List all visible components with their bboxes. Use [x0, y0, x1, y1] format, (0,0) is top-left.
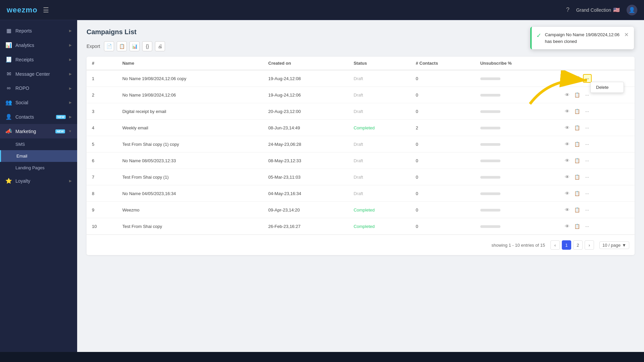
sidebar-item-receipts[interactable]: 🧾 Receipts ▶: [0, 52, 77, 67]
cell-actions: 👁 📋 ···: [557, 202, 635, 218]
more-button[interactable]: ···: [583, 222, 592, 231]
sidebar-subitem-email[interactable]: Email: [0, 150, 77, 162]
cell-name: Test From Shai copy (1): [117, 169, 263, 185]
more-button[interactable]: ···: [583, 123, 592, 132]
more-button[interactable]: ···: [583, 189, 592, 198]
cell-unsubscribe: [475, 185, 557, 202]
cell-contacts: 0: [410, 70, 475, 87]
export-csv-button[interactable]: 📋: [117, 41, 127, 51]
cell-num: 7: [87, 169, 117, 185]
hamburger-icon[interactable]: ☰: [43, 6, 49, 14]
table-row: 9 Weezmo 09-Apr-23,14:20 Completed 0 👁 📋…: [87, 202, 635, 218]
more-button[interactable]: ···: [583, 205, 592, 214]
clone-button[interactable]: 📋: [573, 173, 582, 181]
col-name: Name: [117, 57, 263, 70]
view-button[interactable]: 👁: [563, 74, 572, 83]
sidebar-item-contacts[interactable]: 👤 Contacts NEW ▶: [0, 110, 77, 124]
cell-actions: 👁 📋 ···: [557, 218, 635, 235]
more-button[interactable]: ···: [583, 107, 592, 116]
cell-name: Weekly email: [117, 120, 263, 136]
cell-unsubscribe: [475, 120, 557, 136]
clone-button[interactable]: 📋: [573, 90, 582, 99]
cell-contacts: 0: [410, 136, 475, 153]
cell-created: 05-Mar-23,11:03: [263, 169, 348, 185]
table-row: 6 No Name 08/05/2023,12:33 08-May-23,12:…: [87, 153, 635, 169]
sidebar-subitem-sms[interactable]: SMS: [0, 138, 77, 150]
view-button[interactable]: 👁: [563, 140, 572, 148]
dropdown-delete-item[interactable]: Delete: [591, 82, 624, 93]
row-actions: 👁 📋 ···: [563, 173, 629, 181]
cell-status: Draft: [348, 185, 410, 202]
table-row: 7 Test From Shai copy (1) 05-Mar-23,11:0…: [87, 169, 635, 185]
cell-name: No Name 19/08/2024,12:06 copy: [117, 70, 263, 87]
sidebar-item-loyalty[interactable]: ⭐ Loyalty ▶: [0, 174, 77, 188]
cell-unsubscribe: [475, 218, 557, 235]
cell-created: 26-Feb-23,16:27: [263, 218, 348, 235]
cell-num: 8: [87, 185, 117, 202]
chevron-down-icon: ▼: [68, 129, 72, 133]
view-button[interactable]: 👁: [563, 156, 572, 165]
sidebar-item-label: Loyalty: [15, 178, 66, 184]
sidebar-subitem-landing-pages[interactable]: Landing Pages: [0, 162, 77, 174]
row-actions: 👁 📋 ···: [563, 123, 629, 132]
cell-contacts: 0: [410, 202, 475, 218]
sidebar-item-label: Analytics: [15, 43, 66, 48]
user-avatar[interactable]: 👤: [627, 5, 637, 15]
navbar: weezmo ☰ ? Grand Collection 🇺🇸 👤: [0, 0, 644, 20]
view-button[interactable]: 👁: [563, 173, 572, 181]
chevron-icon: ▶: [69, 29, 72, 33]
view-button[interactable]: 👁: [563, 205, 572, 214]
cell-unsubscribe: [475, 202, 557, 218]
clone-button[interactable]: 📋: [573, 123, 582, 132]
view-button[interactable]: 👁: [563, 90, 572, 99]
help-icon[interactable]: ?: [566, 6, 570, 13]
cell-unsubscribe: [475, 136, 557, 153]
sidebar-item-analytics[interactable]: 📊 Analytics ▶: [0, 38, 77, 52]
cell-status: Completed: [348, 202, 410, 218]
clone-button[interactable]: 📋: [573, 74, 582, 83]
more-button[interactable]: ···: [583, 140, 592, 148]
clone-button[interactable]: 📋: [573, 107, 582, 116]
prev-page-button[interactable]: ‹: [550, 240, 560, 250]
export-xls-button[interactable]: 📊: [129, 41, 140, 51]
view-button[interactable]: 👁: [563, 123, 572, 132]
row-actions: 👁 📋 ···: [563, 189, 629, 198]
export-pdf-button[interactable]: 📄: [104, 41, 114, 51]
view-button[interactable]: 👁: [563, 107, 572, 116]
cell-actions: 👁 📋 ···: [557, 169, 635, 185]
sidebar-item-message-center[interactable]: ✉ Message Center ▶: [0, 67, 77, 81]
sidebar-item-social[interactable]: 👥 Social ▶: [0, 95, 77, 110]
cell-unsubscribe: [475, 169, 557, 185]
cell-actions: 👁 📋 ···: [557, 153, 635, 169]
next-page-button[interactable]: ›: [585, 240, 594, 250]
col-num: #: [87, 57, 117, 70]
clone-button[interactable]: 📋: [573, 222, 582, 231]
sidebar-item-ropo[interactable]: ∞ ROPO ▶: [0, 81, 77, 95]
per-page-chevron-icon: ▼: [622, 243, 626, 248]
cell-name: No Name 19/08/2024,12:06: [117, 87, 263, 103]
sidebar-item-reports[interactable]: ▦ Reports ▶: [0, 23, 77, 38]
clone-button[interactable]: 📋: [573, 140, 582, 148]
cell-status: Draft: [348, 153, 410, 169]
clone-button[interactable]: 📋: [573, 189, 582, 198]
more-button[interactable]: ···: [583, 156, 592, 165]
view-button[interactable]: 👁: [563, 222, 572, 231]
export-json-button[interactable]: {}: [142, 41, 152, 51]
clone-button[interactable]: 📋: [573, 205, 582, 214]
toast-notification: ✓ Campaign No Name 19/08/2024,12:06has b…: [530, 27, 634, 49]
per-page-select[interactable]: 10 / page ▼: [599, 241, 629, 249]
export-print-button[interactable]: 🖨: [155, 41, 165, 51]
page-1-button[interactable]: 1: [562, 240, 571, 250]
more-button[interactable]: ···: [583, 74, 592, 83]
cell-created: 09-Apr-23,14:20: [263, 202, 348, 218]
toast-close-button[interactable]: ✕: [624, 32, 629, 38]
pagination-bar: showing 1 - 10 entries of 15 ‹ 1 2 › 10 …: [87, 235, 635, 255]
clone-button[interactable]: 📋: [573, 156, 582, 165]
view-button[interactable]: 👁: [563, 189, 572, 198]
more-button[interactable]: ···: [583, 173, 592, 181]
page-2-button[interactable]: 2: [573, 240, 583, 250]
cell-num: 5: [87, 136, 117, 153]
sidebar-item-marketing[interactable]: 📣 Marketing NEW ▼: [0, 124, 77, 138]
cell-num: 1: [87, 70, 117, 87]
table-row: 5 Test From Shai copy (1) copy 24-May-23…: [87, 136, 635, 153]
